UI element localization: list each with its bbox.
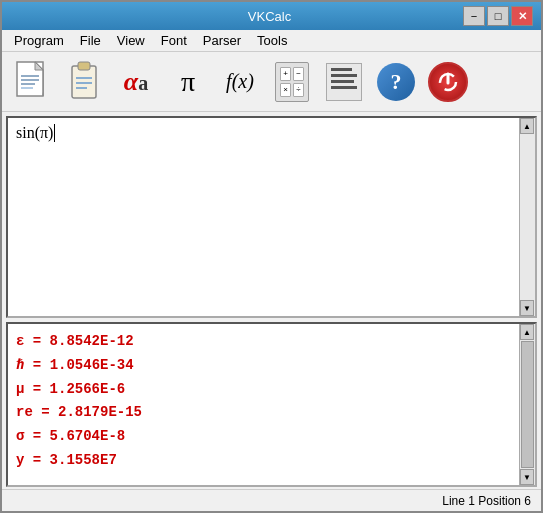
svg-rect-9: [72, 66, 96, 98]
pi-button[interactable]: π: [164, 58, 212, 106]
toolbar: αa π f(x) + − × ÷: [2, 52, 541, 112]
result-line-4: σ = 5.6704E-8: [16, 425, 527, 449]
results-scroll-up[interactable]: ▲: [520, 324, 534, 340]
font-style-icon: αa: [124, 67, 148, 97]
menu-parser[interactable]: Parser: [195, 31, 249, 50]
fx-icon: f(x): [226, 70, 254, 93]
editor-content: sin(π): [8, 118, 535, 316]
main-window: VKCalc − □ ✕ Program File View Font Pars…: [0, 0, 543, 513]
power-svg: [436, 70, 460, 94]
close-button[interactable]: ✕: [511, 6, 533, 26]
result-line-2: μ = 1.2566E-6: [16, 378, 527, 402]
results-scroll-down[interactable]: ▼: [520, 469, 534, 485]
exit-button[interactable]: [424, 58, 472, 106]
result-line-3: re = 2.8179E-15: [16, 401, 527, 425]
editor-line: sin(π): [16, 124, 527, 142]
font-style-button[interactable]: αa: [112, 58, 160, 106]
menu-file[interactable]: File: [72, 31, 109, 50]
result-line-5: y = 3.1558E7: [16, 449, 527, 473]
clipboard-button[interactable]: [60, 58, 108, 106]
window-title: VKCalc: [76, 9, 463, 24]
text-cursor: [54, 124, 55, 142]
status-text: Line 1 Position 6: [442, 494, 531, 508]
scroll-up-arrow[interactable]: ▲: [520, 118, 534, 134]
help-icon: ?: [377, 63, 415, 101]
result-line-0: ε = 8.8542E-12: [16, 330, 527, 354]
results-scrollbar-thumb[interactable]: [521, 341, 534, 468]
editor-pane[interactable]: sin(π) ▲ ▼: [6, 116, 537, 318]
power-icon: [428, 62, 468, 102]
menu-program[interactable]: Program: [6, 31, 72, 50]
menu-font[interactable]: Font: [153, 31, 195, 50]
calculator-button[interactable]: + − × ÷: [268, 58, 316, 106]
new-doc-icon: [13, 60, 51, 104]
minimize-button[interactable]: −: [463, 6, 485, 26]
title-bar: VKCalc − □ ✕: [2, 2, 541, 30]
clipboard-icon: [65, 60, 103, 104]
menu-bar: Program File View Font Parser Tools: [2, 30, 541, 52]
maximize-button[interactable]: □: [487, 6, 509, 26]
calculator-icon: + − × ÷: [275, 62, 309, 102]
svg-rect-10: [78, 62, 90, 70]
content-area: sin(π) ▲ ▼ ε = 8.8542E-12 ℏ = 1.0546E-34…: [2, 112, 541, 489]
results-content: ε = 8.8542E-12 ℏ = 1.0546E-34 μ = 1.2566…: [8, 324, 535, 479]
menu-tools[interactable]: Tools: [249, 31, 295, 50]
scroll-down-arrow[interactable]: ▼: [520, 300, 534, 316]
result-line-1: ℏ = 1.0546E-34: [16, 354, 527, 378]
editor-text: sin(π): [16, 124, 53, 142]
help-button[interactable]: ?: [372, 58, 420, 106]
status-bar: Line 1 Position 6: [2, 489, 541, 511]
new-doc-button[interactable]: [8, 58, 56, 106]
title-bar-controls: − □ ✕: [463, 6, 533, 26]
list-button[interactable]: [320, 58, 368, 106]
editor-scrollbar[interactable]: ▲ ▼: [519, 118, 535, 316]
results-scrollbar[interactable]: ▲ ▼: [519, 324, 535, 485]
list-icon: [326, 63, 362, 101]
pi-icon: π: [181, 66, 195, 98]
menu-view[interactable]: View: [109, 31, 153, 50]
results-pane: ε = 8.8542E-12 ℏ = 1.0546E-34 μ = 1.2566…: [6, 322, 537, 487]
fx-button[interactable]: f(x): [216, 58, 264, 106]
